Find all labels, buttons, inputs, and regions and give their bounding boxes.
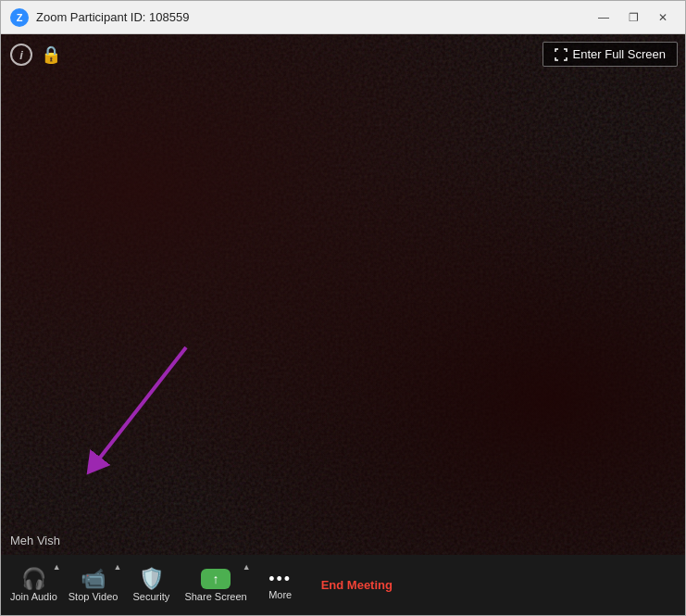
share-screen-label: Share Screen bbox=[184, 591, 246, 602]
toolbar: ▲ 🎧 Join Audio ▲ 📹 Stop Video 🛡️ Securit… bbox=[1, 555, 685, 615]
participant-name: Meh Vish bbox=[10, 534, 60, 547]
join-audio-icon: 🎧 bbox=[21, 569, 46, 589]
share-screen-icon: ↑ bbox=[201, 569, 231, 589]
end-meeting-button[interactable]: End Meeting bbox=[308, 555, 405, 615]
fullscreen-label: Enter Full Screen bbox=[573, 47, 666, 61]
svg-line-1 bbox=[94, 347, 186, 466]
more-label: More bbox=[268, 589, 292, 600]
window-controls: — ❐ ✕ bbox=[591, 7, 676, 28]
video-top-controls: i 🔒 bbox=[10, 44, 62, 66]
zoom-icon: Z bbox=[10, 8, 29, 27]
stop-video-button[interactable]: ▲ 📹 Stop Video bbox=[63, 555, 124, 615]
info-button[interactable]: i bbox=[10, 44, 32, 66]
close-button[interactable]: ✕ bbox=[650, 7, 676, 28]
more-icon: ••• bbox=[268, 571, 292, 587]
stop-video-icon: 📹 bbox=[81, 569, 106, 589]
maximize-button[interactable]: ❐ bbox=[620, 7, 646, 28]
fullscreen-button[interactable]: Enter Full Screen bbox=[543, 42, 678, 67]
more-button[interactable]: ••• More bbox=[253, 555, 308, 615]
arrow-annotation bbox=[29, 329, 214, 499]
lock-icon[interactable]: 🔒 bbox=[40, 44, 62, 66]
join-audio-chevron[interactable]: ▲ bbox=[53, 562, 61, 572]
video-area: i 🔒 Enter Full Screen Meh Vish bbox=[1, 34, 685, 555]
minimize-button[interactable]: — bbox=[591, 7, 617, 28]
fullscreen-icon bbox=[555, 48, 568, 61]
security-button[interactable]: 🛡️ Security bbox=[123, 555, 179, 615]
stop-video-label: Stop Video bbox=[69, 591, 118, 602]
stop-video-chevron[interactable]: ▲ bbox=[113, 562, 121, 572]
end-meeting-label: End Meeting bbox=[321, 578, 393, 592]
window-title: Zoom Participant ID: 108559 bbox=[36, 10, 591, 24]
join-audio-label: Join Audio bbox=[10, 591, 57, 602]
share-screen-chevron[interactable]: ▲ bbox=[243, 562, 251, 572]
title-bar: Z Zoom Participant ID: 108559 — ❐ ✕ bbox=[1, 1, 685, 34]
security-label: Security bbox=[133, 591, 170, 602]
zoom-window: Z Zoom Participant ID: 108559 — ❐ ✕ i 🔒 bbox=[0, 0, 686, 616]
join-audio-button[interactable]: ▲ 🎧 Join Audio bbox=[5, 555, 63, 615]
video-background bbox=[1, 34, 685, 555]
share-screen-button[interactable]: ▲ ↑ Share Screen bbox=[179, 555, 252, 615]
security-icon: 🛡️ bbox=[139, 569, 164, 589]
